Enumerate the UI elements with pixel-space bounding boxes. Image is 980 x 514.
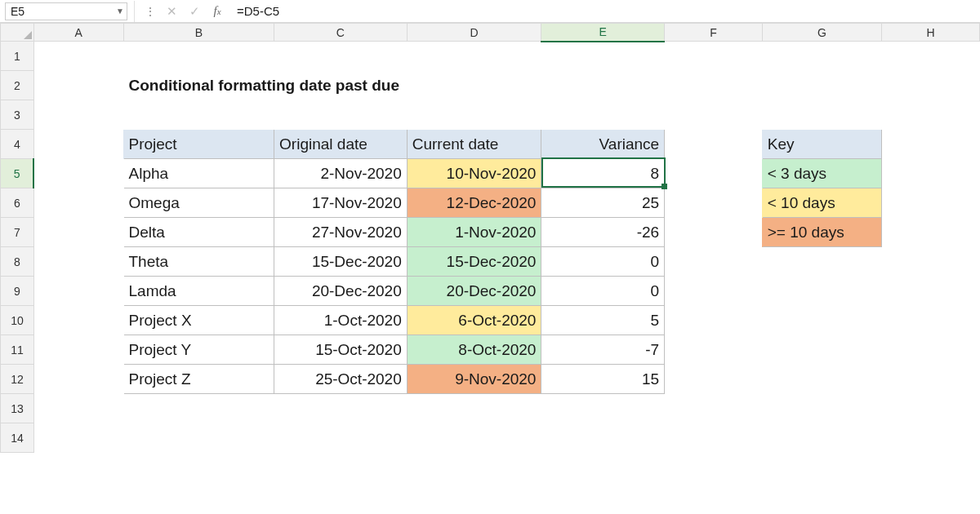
cell-E4[interactable]: Variance <box>541 130 665 159</box>
cell-C7[interactable]: 27-Nov-2020 <box>274 218 408 247</box>
cell-F12[interactable] <box>665 365 763 394</box>
cell-D6[interactable]: 12-Dec-2020 <box>407 188 541 218</box>
cell-A14[interactable] <box>33 423 123 453</box>
cell-E5[interactable]: 8 <box>541 159 665 188</box>
cell-B8[interactable]: Theta <box>123 247 274 277</box>
column-header-B[interactable]: B <box>123 24 274 42</box>
cell-B6[interactable]: Omega <box>123 188 274 218</box>
cell-A2[interactable] <box>33 71 123 100</box>
cell-H14[interactable] <box>882 423 980 453</box>
cell-H13[interactable] <box>882 394 980 423</box>
cell-F2[interactable] <box>665 71 763 100</box>
cell-H9[interactable] <box>882 277 980 306</box>
cell-C14[interactable] <box>274 423 408 453</box>
name-box[interactable]: E5 ▼ <box>5 2 127 20</box>
cell-C13[interactable] <box>274 394 408 423</box>
cell-F7[interactable] <box>665 218 763 247</box>
column-header-F[interactable]: F <box>665 24 763 42</box>
cell-C3[interactable] <box>274 100 408 130</box>
cell-B4[interactable]: Project <box>123 130 274 159</box>
row-header-13[interactable]: 13 <box>1 394 34 423</box>
column-header-E[interactable]: E <box>541 24 665 42</box>
cell-B1[interactable] <box>123 42 274 71</box>
cell-F13[interactable] <box>665 394 763 423</box>
cell-E7[interactable]: -26 <box>541 218 665 247</box>
cell-B2[interactable]: Conditional formatting date past due <box>123 71 665 100</box>
cell-H8[interactable] <box>882 247 980 277</box>
cell-B7[interactable]: Delta <box>123 218 274 247</box>
cell-E11[interactable]: -7 <box>541 335 665 365</box>
cell-D11[interactable]: 8-Oct-2020 <box>407 335 541 365</box>
cell-H11[interactable] <box>882 335 980 365</box>
cell-H12[interactable] <box>882 365 980 394</box>
cell-D3[interactable] <box>407 100 541 130</box>
cell-H7[interactable] <box>882 218 980 247</box>
cell-F6[interactable] <box>665 188 763 218</box>
column-header-C[interactable]: C <box>274 24 408 42</box>
cell-E1[interactable] <box>541 42 665 71</box>
cell-D8[interactable]: 15-Dec-2020 <box>407 247 541 277</box>
column-header-H[interactable]: H <box>882 24 980 42</box>
cell-E9[interactable]: 0 <box>541 277 665 306</box>
row-header-6[interactable]: 6 <box>1 188 34 218</box>
cell-A11[interactable] <box>33 335 123 365</box>
cell-F9[interactable] <box>665 277 763 306</box>
cell-F14[interactable] <box>665 423 763 453</box>
cell-C5[interactable]: 2-Nov-2020 <box>274 159 408 188</box>
worksheet-grid[interactable]: ABCDEFGH 12Conditional formatting date p… <box>0 23 980 453</box>
cell-F4[interactable] <box>665 130 763 159</box>
cell-H6[interactable] <box>882 188 980 218</box>
row-header-5[interactable]: 5 <box>1 159 34 188</box>
cell-H1[interactable] <box>882 42 980 71</box>
cell-G3[interactable] <box>762 100 882 130</box>
cell-H5[interactable] <box>882 159 980 188</box>
cell-F1[interactable] <box>665 42 763 71</box>
cell-D4[interactable]: Current date <box>407 130 541 159</box>
cell-C11[interactable]: 15-Oct-2020 <box>274 335 408 365</box>
cell-E3[interactable] <box>541 100 665 130</box>
cell-G13[interactable] <box>762 394 882 423</box>
cell-B12[interactable]: Project Z <box>123 365 274 394</box>
cell-D9[interactable]: 20-Dec-2020 <box>407 277 541 306</box>
cell-F5[interactable] <box>665 159 763 188</box>
row-header-11[interactable]: 11 <box>1 335 34 365</box>
cell-D5[interactable]: 10-Nov-2020 <box>407 159 541 188</box>
cell-A8[interactable] <box>33 247 123 277</box>
cell-G4[interactable]: Key <box>762 130 882 159</box>
cell-A12[interactable] <box>33 365 123 394</box>
cell-D7[interactable]: 1-Nov-2020 <box>407 218 541 247</box>
insert-function-button[interactable]: fx <box>206 4 229 18</box>
cell-G10[interactable] <box>762 306 882 335</box>
cell-C4[interactable]: Original date <box>274 130 408 159</box>
name-box-dropdown-icon[interactable]: ▼ <box>114 7 127 16</box>
row-header-14[interactable]: 14 <box>1 423 34 453</box>
cell-B11[interactable]: Project Y <box>123 335 274 365</box>
cell-B3[interactable] <box>123 100 274 130</box>
row-header-2[interactable]: 2 <box>1 71 34 100</box>
cell-D1[interactable] <box>407 42 541 71</box>
cell-A9[interactable] <box>33 277 123 306</box>
cell-C1[interactable] <box>274 42 408 71</box>
cell-A5[interactable] <box>33 159 123 188</box>
cell-E14[interactable] <box>541 423 665 453</box>
cell-D13[interactable] <box>407 394 541 423</box>
cell-G14[interactable] <box>762 423 882 453</box>
cell-G1[interactable] <box>762 42 882 71</box>
cell-H2[interactable] <box>882 71 980 100</box>
cell-C12[interactable]: 25-Oct-2020 <box>274 365 408 394</box>
cell-A1[interactable] <box>33 42 123 71</box>
cell-E10[interactable]: 5 <box>541 306 665 335</box>
drag-handle-icon[interactable]: ⋮ <box>141 5 160 18</box>
row-header-4[interactable]: 4 <box>1 130 34 159</box>
enter-button[interactable]: ✓ <box>183 4 206 19</box>
cell-A6[interactable] <box>33 188 123 218</box>
cell-H10[interactable] <box>882 306 980 335</box>
cell-G5[interactable]: < 3 days <box>762 159 882 188</box>
cell-F8[interactable] <box>665 247 763 277</box>
cell-F3[interactable] <box>665 100 763 130</box>
cell-H4[interactable] <box>882 130 980 159</box>
cell-B5[interactable]: Alpha <box>123 159 274 188</box>
cell-E13[interactable] <box>541 394 665 423</box>
cell-F10[interactable] <box>665 306 763 335</box>
cell-C10[interactable]: 1-Oct-2020 <box>274 306 408 335</box>
